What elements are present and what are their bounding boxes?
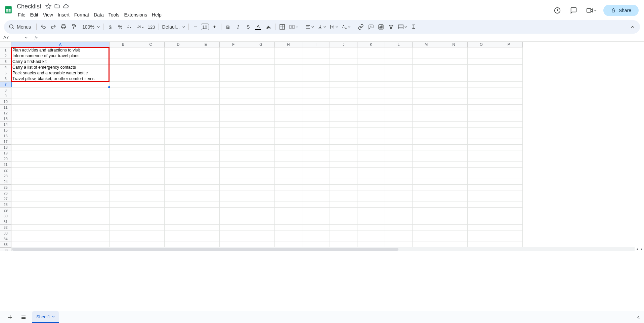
cell[interactable]: [137, 128, 165, 133]
cell[interactable]: [275, 225, 302, 230]
cell[interactable]: [468, 59, 495, 65]
cell[interactable]: [385, 116, 413, 122]
cell[interactable]: [247, 116, 275, 122]
cell[interactable]: [275, 47, 302, 53]
cell[interactable]: [495, 128, 523, 133]
cell[interactable]: [220, 145, 247, 150]
cell[interactable]: [302, 208, 330, 213]
cell[interactable]: [137, 230, 165, 236]
cell[interactable]: [440, 196, 468, 202]
cell[interactable]: [110, 202, 137, 208]
menu-file[interactable]: File: [15, 11, 28, 19]
cell[interactable]: [275, 133, 302, 139]
cell[interactable]: [220, 133, 247, 139]
row-header[interactable]: 15: [0, 128, 11, 133]
cell[interactable]: [110, 105, 137, 110]
cell[interactable]: [302, 236, 330, 242]
cell[interactable]: [468, 196, 495, 202]
cell[interactable]: [110, 76, 137, 82]
cell[interactable]: [165, 208, 192, 213]
cell[interactable]: [110, 196, 137, 202]
row-header[interactable]: 19: [0, 150, 11, 156]
cell[interactable]: [440, 122, 468, 128]
cell[interactable]: [11, 185, 110, 190]
cell[interactable]: [110, 82, 137, 87]
explore-collapse-icon[interactable]: [636, 315, 641, 320]
cell[interactable]: [275, 87, 302, 93]
cell[interactable]: [468, 53, 495, 59]
cell[interactable]: [468, 76, 495, 82]
cell[interactable]: [165, 128, 192, 133]
cell[interactable]: [165, 236, 192, 242]
collapse-toolbar-button[interactable]: [628, 22, 637, 32]
cell[interactable]: [495, 219, 523, 225]
cell[interactable]: [413, 236, 440, 242]
currency-button[interactable]: $: [105, 22, 115, 32]
cell[interactable]: [495, 202, 523, 208]
cell[interactable]: [165, 185, 192, 190]
cell[interactable]: [247, 190, 275, 196]
cell[interactable]: [220, 70, 247, 76]
cell[interactable]: [302, 190, 330, 196]
cell[interactable]: [137, 150, 165, 156]
cell[interactable]: [220, 225, 247, 230]
cell[interactable]: [275, 156, 302, 162]
cell[interactable]: [413, 110, 440, 116]
cell[interactable]: [385, 185, 413, 190]
cell[interactable]: [275, 139, 302, 145]
cell[interactable]: [192, 162, 220, 168]
cell[interactable]: [137, 53, 165, 59]
cell[interactable]: [192, 76, 220, 82]
cell[interactable]: [247, 162, 275, 168]
zoom-select[interactable]: 100%: [79, 22, 101, 32]
cell[interactable]: [220, 87, 247, 93]
cell[interactable]: [275, 190, 302, 196]
cell[interactable]: [440, 156, 468, 162]
cell[interactable]: [110, 162, 137, 168]
cell[interactable]: [275, 236, 302, 242]
cell[interactable]: [275, 185, 302, 190]
vertical-align-button[interactable]: [316, 22, 328, 32]
column-header[interactable]: J: [330, 42, 357, 47]
cell[interactable]: [165, 65, 192, 70]
cell[interactable]: [192, 133, 220, 139]
cell[interactable]: [385, 202, 413, 208]
cell[interactable]: [110, 65, 137, 70]
row-header[interactable]: 2: [0, 53, 11, 59]
cell[interactable]: [330, 202, 357, 208]
cell[interactable]: [137, 139, 165, 145]
cell[interactable]: [357, 47, 385, 53]
cell[interactable]: [330, 230, 357, 236]
cell[interactable]: [110, 139, 137, 145]
cell[interactable]: [468, 93, 495, 99]
cell[interactable]: [220, 162, 247, 168]
row-header[interactable]: 27: [0, 196, 11, 202]
cell[interactable]: [110, 168, 137, 173]
cell[interactable]: [275, 162, 302, 168]
cell[interactable]: [302, 82, 330, 87]
cell[interactable]: [192, 59, 220, 65]
cell[interactable]: [385, 196, 413, 202]
cell[interactable]: [165, 179, 192, 185]
text-wrap-button[interactable]: [328, 22, 340, 32]
cell[interactable]: [413, 213, 440, 219]
cell[interactable]: [247, 105, 275, 110]
cell[interactable]: [385, 105, 413, 110]
add-sheet-button[interactable]: [5, 313, 15, 322]
cell[interactable]: [302, 53, 330, 59]
cell[interactable]: [165, 122, 192, 128]
row-header[interactable]: 16: [0, 133, 11, 139]
formula-bar-input[interactable]: [40, 35, 644, 40]
cell[interactable]: [220, 139, 247, 145]
cell[interactable]: [330, 133, 357, 139]
cell[interactable]: [495, 99, 523, 105]
menu-help[interactable]: Help: [149, 11, 164, 19]
column-header[interactable]: A: [11, 42, 110, 47]
cell[interactable]: [192, 145, 220, 150]
cell[interactable]: [413, 99, 440, 105]
cell[interactable]: [220, 168, 247, 173]
cell[interactable]: [468, 47, 495, 53]
cell[interactable]: [275, 82, 302, 87]
row-header[interactable]: 25: [0, 185, 11, 190]
cell[interactable]: [165, 145, 192, 150]
